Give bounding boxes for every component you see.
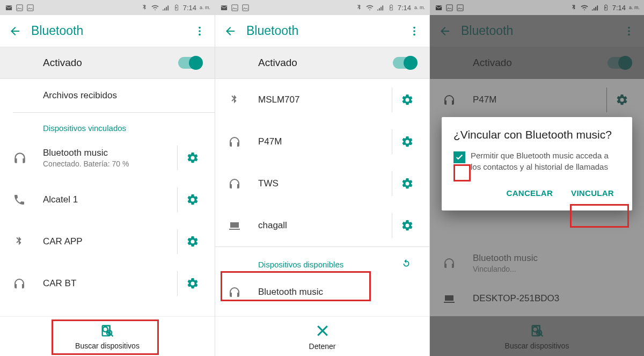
signal-icon [162,3,170,12]
pair-dialog: ¿Vincular con Bluetooth music? Permitir … [442,117,632,210]
toggle-label: Activado [13,57,178,69]
search-devices-button[interactable]: Buscar dispositivos [0,316,215,356]
bottom-label: Detener [309,342,336,351]
image-icon [15,3,24,12]
status-time-suffix: a. m. [414,5,425,10]
device-row[interactable]: MSLM707 [215,79,429,121]
bluetooth-icon [569,3,578,12]
toggle-switch[interactable] [178,57,202,69]
device-row[interactable]: P47M [215,121,429,163]
status-time: 7:14 [398,4,411,12]
wifi-icon [151,3,159,12]
status-time-suffix: a. m. [629,5,640,10]
device-name: Alcatel 1 [43,194,177,205]
cancel-button[interactable]: CANCELAR [500,183,560,203]
page-title: Bluetooth [25,24,190,38]
app-bar: Bluetooth [215,15,429,47]
screen-1: 7:14a. m. Bluetooth Activado Archivos re… [0,0,215,356]
device-status: Conectado. Batería: 70 % [43,159,177,168]
page-title: Bluetooth [240,24,405,38]
overflow-menu-button[interactable] [405,25,424,37]
battery-icon [602,3,610,12]
device-name: MSLM707 [258,95,392,105]
device-name: P47M [258,136,392,147]
signal-icon [376,3,385,12]
pair-button[interactable]: VINCULAR [565,183,620,203]
device-name: chagall [258,220,392,231]
device-row[interactable]: Alcatel 1 [0,179,215,221]
content: Archivos recibidos Dispositivos vinculad… [0,79,215,304]
device-name: CAR BT [43,278,177,289]
status-time: 7:14 [612,4,626,12]
status-time-suffix: a. m. [200,5,210,10]
device-row[interactable]: CAR BT [0,263,215,304]
toggle-switch[interactable] [393,57,416,69]
bluetooth-icon [355,3,363,12]
search-device-icon [100,323,115,340]
available-devices-header: Dispositivos disponibles [215,247,429,275]
device-settings-button[interactable] [392,171,422,196]
bluetooth-icon [140,3,149,12]
back-button[interactable] [5,25,25,38]
image-icon [456,3,464,12]
received-files-label: Archivos recibidos [43,90,207,101]
mail-icon [4,3,13,12]
device-row[interactable]: chagall [215,205,429,246]
headphones-icon [13,151,43,165]
device-settings-button[interactable] [177,187,207,212]
headphones-icon [13,277,43,290]
headphones-icon [228,135,258,148]
image-icon [241,3,250,12]
image-icon [445,3,453,12]
status-time: 7:14 [183,4,196,12]
phone-icon [13,193,43,206]
headphones-icon [228,286,258,299]
toggle-label: Activado [228,57,393,69]
bluetooth-toggle-row[interactable]: Activado [0,47,215,79]
status-bar: 7:14a. m. [430,0,644,15]
bluetooth-icon [13,236,43,248]
device-name: TWS [258,178,392,189]
wifi-icon [365,3,374,12]
wifi-icon [580,3,589,12]
device-name: CAR APP [43,236,177,247]
status-bar: 7:14a. m. [0,0,215,15]
dialog-title: ¿Vincular con Bluetooth music? [453,128,620,142]
battery-icon [387,3,396,12]
device-settings-button[interactable] [177,146,207,170]
back-button[interactable] [221,25,240,38]
app-bar: Bluetooth [0,15,215,47]
close-icon [314,323,331,341]
device-settings-button[interactable] [177,229,207,254]
battery-icon [172,3,181,12]
screen-2: 7:14a. m. Bluetooth Activado MSLM707 P47… [215,0,429,356]
mail-icon [434,3,443,12]
permission-checkbox[interactable] [453,151,465,163]
stop-scan-button[interactable]: Detener [215,316,429,356]
device-settings-button[interactable] [392,129,422,154]
available-header-label: Dispositivos disponibles [258,260,400,269]
received-files-row[interactable]: Archivos recibidos [0,79,215,112]
overflow-menu-button[interactable] [190,25,209,37]
content: MSLM707 P47M TWS chagall Dispositivos di… [215,79,429,309]
available-device-row[interactable]: Bluetooth music [215,275,429,309]
device-name: Bluetooth music [43,148,177,158]
refresh-button[interactable] [400,258,412,271]
headphones-icon [228,177,258,190]
permission-row[interactable]: Permitir que Bluetooth music acceda a lo… [453,150,620,172]
device-row[interactable]: CAR APP [0,221,215,263]
device-row[interactable]: Bluetooth music Conectado. Batería: 70 % [0,137,215,179]
image-icon [230,3,239,12]
mail-icon [219,3,228,12]
device-settings-button[interactable] [177,271,207,296]
device-name: Bluetooth music [258,287,422,297]
laptop-icon [228,219,258,232]
signal-icon [591,3,599,12]
bottom-label: Buscar dispositivos [75,342,140,350]
bluetooth-toggle-row[interactable]: Activado [215,47,429,79]
device-settings-button[interactable] [392,213,422,238]
device-settings-button[interactable] [392,88,422,112]
permission-text: Permitir que Bluetooth music acceda a lo… [471,150,620,172]
device-row[interactable]: TWS [215,163,429,205]
paired-devices-header: Dispositivos vinculados [0,113,215,137]
